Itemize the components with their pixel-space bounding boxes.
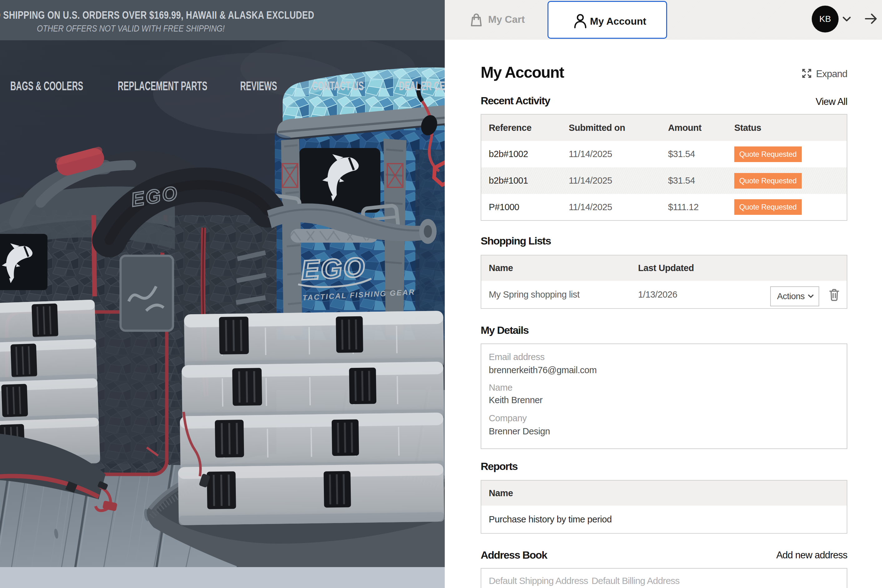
svg-text:REPLACEMENT PARTS: REPLACEMENT PARTS: [118, 79, 207, 93]
svg-text:CONTACT US: CONTACT US: [312, 79, 364, 93]
svg-text:DEALER CENTER: DEALER CENTER: [399, 79, 445, 93]
svg-text:EGO: EGO: [300, 251, 367, 286]
svg-text:BAGS & COOLERS: BAGS & COOLERS: [10, 79, 83, 93]
svg-text:REVIEWS: REVIEWS: [240, 79, 277, 93]
